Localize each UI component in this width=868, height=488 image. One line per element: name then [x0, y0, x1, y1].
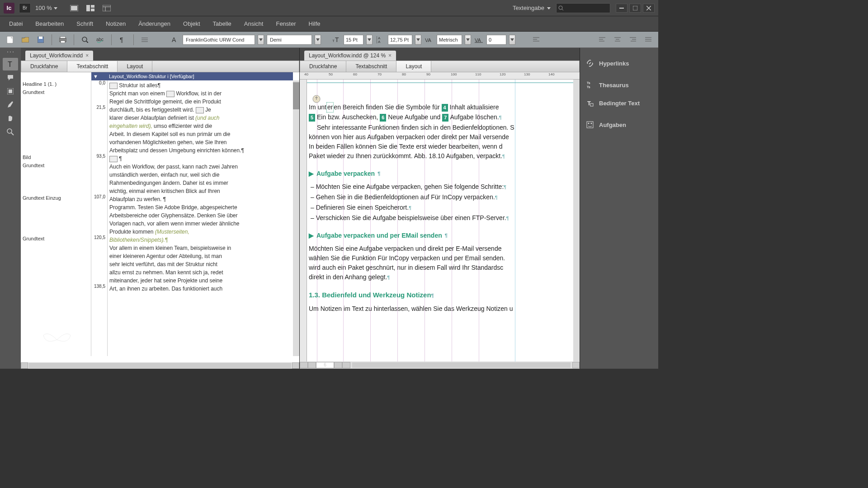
- font-family-dropdown[interactable]: FranklinGothic URW Cond: [183, 35, 255, 45]
- menu-notes[interactable]: Notizen: [100, 18, 131, 30]
- svg-rect-56: [9, 89, 12, 93]
- next-page-icon[interactable]: ▶: [334, 362, 342, 368]
- first-page-icon[interactable]: ⏮: [300, 362, 308, 368]
- panel-conditional-text[interactable]: T Bedingter Text: [580, 94, 658, 112]
- svg-point-20: [82, 37, 87, 42]
- close-tab-icon[interactable]: ×: [388, 52, 392, 59]
- align-right-icon[interactable]: [627, 34, 639, 45]
- menu-view[interactable]: Ansicht: [239, 18, 269, 30]
- scroll-right-icon[interactable]: ▶: [292, 362, 299, 369]
- close-button[interactable]: [643, 4, 655, 13]
- ruler-tick: 50: [329, 72, 333, 76]
- menu-window[interactable]: Fenster: [270, 18, 301, 30]
- split-view-icon[interactable]: [572, 362, 580, 368]
- dropdown-arrow-icon[interactable]: [258, 35, 264, 45]
- svg-point-8: [559, 6, 562, 9]
- page-number-field[interactable]: 6: [316, 362, 334, 368]
- search-input[interactable]: [556, 3, 610, 13]
- svg-line-21: [86, 41, 88, 43]
- eyedropper-tool[interactable]: [3, 99, 18, 111]
- page-canvas[interactable]: Im unteren Bereich finden Sie die Symbol…: [307, 80, 573, 361]
- minimize-button[interactable]: [616, 4, 627, 13]
- vertical-ruler[interactable]: [300, 80, 307, 361]
- save-icon[interactable]: [34, 34, 47, 45]
- horizontal-scrollbar[interactable]: [352, 362, 571, 368]
- style-label: Bild: [21, 154, 91, 162]
- screen-mode-icon[interactable]: [67, 3, 81, 14]
- align-left-icon[interactable]: [596, 34, 609, 45]
- bridge-button[interactable]: Br: [19, 3, 31, 13]
- align-center-icon[interactable]: [611, 34, 624, 45]
- new-file-icon[interactable]: [4, 34, 16, 45]
- panel-hyperlinks[interactable]: Hyperlinks: [580, 54, 658, 72]
- hand-tool[interactable]: [3, 112, 18, 125]
- tab-galley[interactable]: Druckfahne: [300, 61, 346, 72]
- position-tool[interactable]: [3, 85, 18, 98]
- vertical-scrollbar[interactable]: [573, 80, 580, 361]
- panel-menu-icon[interactable]: [138, 34, 151, 45]
- find-icon[interactable]: [79, 34, 91, 45]
- disclosure-triangle-icon[interactable]: ▼: [93, 74, 98, 79]
- tracking-field[interactable]: 0: [486, 35, 506, 45]
- spellcheck-icon[interactable]: abc: [94, 34, 107, 45]
- svg-text:VA: VA: [475, 38, 481, 43]
- align-justify-icon[interactable]: [642, 34, 655, 45]
- menu-object[interactable]: Objekt: [178, 18, 206, 30]
- horizontal-scrollbar[interactable]: ◀ ▶: [21, 362, 299, 369]
- text-cursor: er: [326, 102, 334, 113]
- align-left-icon[interactable]: [530, 34, 542, 45]
- story-bar[interactable]: ▼ Layout_Workflow-Struktur i [Verfügbar]: [91, 72, 293, 80]
- type-tool[interactable]: T: [3, 58, 18, 70]
- menu-edit[interactable]: Bearbeiten: [30, 18, 69, 30]
- zoom-tool[interactable]: [3, 126, 18, 138]
- tab-galley[interactable]: Druckfahne: [21, 61, 67, 72]
- arrange-documents-icon[interactable]: [84, 3, 97, 14]
- tab-story[interactable]: Textabschnitt: [346, 61, 396, 72]
- panel-tasks[interactable]: Aufgaben: [580, 116, 658, 134]
- pilcrow-icon[interactable]: ¶: [116, 34, 129, 45]
- prev-page-icon[interactable]: ◀: [308, 362, 316, 368]
- note-indicator-icon[interactable]: [312, 95, 321, 103]
- svg-rect-19: [61, 41, 65, 43]
- font-style-dropdown[interactable]: Demi: [267, 35, 312, 45]
- workspace-dropdown[interactable]: Texteingabe: [513, 5, 551, 11]
- tab-layout[interactable]: Layout: [396, 61, 431, 72]
- last-page-icon[interactable]: ⏭: [342, 362, 350, 368]
- open-file-icon[interactable]: [19, 34, 32, 45]
- panel-thesaurus[interactable]: TsTs Thesaurus: [580, 76, 658, 94]
- dropdown-arrow-icon[interactable]: [509, 35, 515, 45]
- maximize-button[interactable]: [629, 4, 641, 13]
- svg-text:VA: VA: [425, 38, 432, 43]
- panel-label: Hyperlinks: [599, 60, 629, 67]
- leading-field[interactable]: 12,75 Pt: [388, 35, 412, 45]
- close-tab-icon[interactable]: ×: [85, 52, 89, 59]
- tab-story[interactable]: Textabschnitt: [67, 61, 118, 72]
- bullet-triangle-icon: ▶: [309, 169, 314, 178]
- ruler-tick: 110: [475, 72, 481, 76]
- tab-layout[interactable]: Layout: [118, 61, 152, 72]
- document-tab[interactable]: Layout_Workflow.indd @ 124 % ×: [304, 51, 396, 61]
- print-icon[interactable]: [57, 34, 69, 45]
- view-options-icon[interactable]: [100, 3, 113, 14]
- dropdown-arrow-icon[interactable]: [366, 35, 373, 45]
- dropdown-arrow-icon[interactable]: [465, 35, 471, 45]
- menu-changes[interactable]: Änderungen: [133, 18, 176, 30]
- toolbox-grip[interactable]: [6, 51, 15, 54]
- numbered-reference: 4: [442, 104, 448, 112]
- menu-table[interactable]: Tabelle: [208, 18, 237, 30]
- dropdown-arrow-icon[interactable]: [415, 35, 421, 45]
- dropdown-arrow-icon[interactable]: [315, 35, 321, 45]
- menu-file[interactable]: Datei: [4, 18, 28, 30]
- vertical-scrollbar[interactable]: [293, 80, 299, 356]
- font-size-field[interactable]: 15 Pt: [344, 35, 363, 45]
- note-tool[interactable]: [3, 71, 18, 84]
- menu-help[interactable]: Hilfe: [303, 18, 326, 30]
- kerning-field[interactable]: Metrisch: [437, 35, 462, 45]
- ruler-tick: 40: [304, 72, 308, 76]
- document-tab[interactable]: Layout_Workflow.indd ×: [25, 51, 93, 61]
- zoom-level-dropdown[interactable]: 100 %: [35, 5, 57, 11]
- menu-font[interactable]: Schrift: [71, 18, 99, 30]
- horizontal-ruler[interactable]: 40 50 60 70 80 90 100 110 120 130 140: [300, 72, 580, 80]
- story-text-area[interactable]: Struktur ist alles¶ Spricht man von eine…: [108, 80, 293, 356]
- scroll-left-icon[interactable]: ◀: [21, 362, 28, 369]
